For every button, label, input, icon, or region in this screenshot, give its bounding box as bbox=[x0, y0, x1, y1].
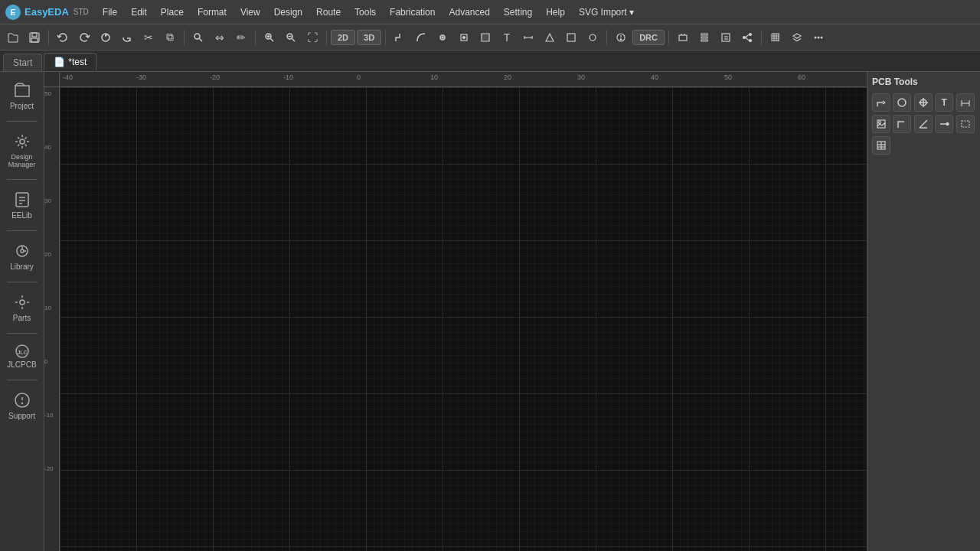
tab-test[interactable]: 📄*test bbox=[44, 53, 96, 71]
ruler-h-tick: -20 bbox=[210, 73, 220, 81]
sidebar-item-parts[interactable]: Parts bbox=[3, 289, 41, 327]
svg-point-58 bbox=[21, 249, 24, 253]
redo-button[interactable] bbox=[74, 28, 94, 47]
pcb-tools-panel: PCB Tools T bbox=[867, 72, 980, 551]
sidebar-item-jlcpcb[interactable]: JLC JLCPCB bbox=[3, 340, 41, 373]
hole-button[interactable] bbox=[583, 28, 603, 47]
grid-settings-button[interactable] bbox=[766, 28, 786, 47]
pcb-tool-image[interactable] bbox=[872, 115, 890, 133]
pcb-tools-row2 bbox=[872, 115, 975, 133]
pcb-tool-circle[interactable] bbox=[893, 93, 911, 112]
pcb-tool-dimension[interactable] bbox=[956, 93, 975, 112]
toolbar-sep-2 bbox=[184, 30, 185, 45]
ratsnest-button[interactable]: ✏ bbox=[231, 28, 251, 47]
ruler-v-tick: -20 bbox=[44, 465, 54, 472]
svg-line-39 bbox=[745, 37, 749, 41]
sidebar-item-support[interactable]: Support bbox=[3, 386, 41, 425]
ruler-h-tick: 30 bbox=[577, 73, 585, 81]
sidebar-parts-label: Parts bbox=[13, 314, 31, 322]
parts-icon bbox=[13, 293, 31, 311]
menu-edit[interactable]: Edit bbox=[125, 5, 153, 20]
fit-view-button[interactable]: ⛶ bbox=[302, 28, 322, 47]
sidebar-item-eelib[interactable]: EELib bbox=[3, 186, 41, 224]
sidebar-item-library[interactable]: Library bbox=[3, 237, 41, 276]
menu-design[interactable]: Design bbox=[268, 5, 309, 20]
pcb-tool-route[interactable] bbox=[872, 93, 890, 112]
drc-sep-button[interactable] bbox=[540, 28, 560, 47]
layer-manager-button[interactable] bbox=[787, 28, 807, 47]
copper-area-button[interactable] bbox=[475, 28, 495, 47]
sidebar-item-project[interactable]: Project bbox=[3, 77, 41, 115]
pcb-canvas[interactable] bbox=[60, 87, 867, 551]
pcb-tool-corner[interactable] bbox=[893, 115, 911, 133]
svg-point-50 bbox=[817, 36, 819, 38]
sidebar-item-design-manager[interactable]: Design Manager bbox=[3, 128, 41, 173]
pcb-tool-arrow[interactable] bbox=[935, 115, 953, 133]
3d-button[interactable]: 3D bbox=[357, 30, 381, 45]
menu-place[interactable]: Place bbox=[155, 5, 190, 20]
save-button[interactable] bbox=[24, 28, 44, 47]
copy-button[interactable]: ⧉ bbox=[160, 28, 180, 47]
bom-button[interactable] bbox=[716, 28, 736, 47]
sidebar-divider-2 bbox=[7, 179, 38, 180]
menu-tools[interactable]: Tools bbox=[348, 5, 382, 20]
pcb-tool-angle[interactable] bbox=[914, 115, 933, 133]
pcb-tool-table[interactable] bbox=[872, 136, 890, 155]
align-button[interactable]: ⇔ bbox=[210, 28, 230, 47]
refresh-button[interactable] bbox=[96, 28, 116, 47]
titlebar: E EasyEDA STD File Edit Place Format Vie… bbox=[0, 0, 980, 24]
menu-fabrication[interactable]: Fabrication bbox=[384, 5, 441, 20]
menu-view[interactable]: View bbox=[234, 5, 266, 20]
menu-route[interactable]: Route bbox=[310, 5, 347, 20]
pcb-tools-row1: T bbox=[872, 93, 975, 112]
svg-rect-81 bbox=[962, 121, 969, 127]
menu-help[interactable]: Help bbox=[540, 5, 571, 20]
svg-text:E: E bbox=[11, 8, 16, 17]
zoom-out-button[interactable] bbox=[281, 28, 301, 47]
pad-button[interactable] bbox=[454, 28, 474, 47]
route-track-button[interactable] bbox=[390, 28, 410, 47]
via-button[interactable] bbox=[433, 28, 452, 47]
drc-button[interactable]: DRC bbox=[632, 30, 665, 45]
pcb-tool-region[interactable] bbox=[956, 115, 975, 133]
footprint-wizard-button[interactable] bbox=[673, 28, 693, 47]
text-button[interactable]: T bbox=[497, 28, 517, 47]
tab-test-icon: 📄 bbox=[54, 57, 65, 67]
sidebar-divider-3 bbox=[7, 230, 38, 231]
menu-svg-import[interactable]: SVG Import ▾ bbox=[573, 5, 640, 20]
gerber-button[interactable] bbox=[694, 28, 714, 47]
svg-point-36 bbox=[749, 33, 751, 35]
sidebar-library-label: Library bbox=[10, 262, 34, 271]
app-edition: STD bbox=[74, 8, 89, 16]
2d-button[interactable]: 2D bbox=[331, 30, 355, 45]
ruler-v-content: 50403020100-10-20 bbox=[44, 87, 59, 551]
route-arc-button[interactable] bbox=[411, 28, 431, 47]
inspect-button[interactable] bbox=[611, 28, 631, 47]
svg-rect-53 bbox=[16, 193, 28, 207]
undo-button[interactable] bbox=[53, 28, 73, 47]
cut-button[interactable]: ✂ bbox=[139, 28, 158, 47]
menu-advanced[interactable]: Advanced bbox=[443, 5, 495, 20]
measure-button[interactable] bbox=[518, 28, 538, 47]
pcb-tool-text[interactable]: T bbox=[935, 93, 953, 112]
svg-point-16 bbox=[442, 37, 443, 38]
search-button[interactable] bbox=[188, 28, 208, 47]
toolbar-sep-7 bbox=[668, 30, 669, 45]
ruler-h-tick: -10 bbox=[283, 73, 293, 81]
svg-rect-4 bbox=[31, 38, 38, 42]
netlist-button[interactable] bbox=[737, 28, 757, 47]
rotate-button[interactable] bbox=[117, 28, 137, 47]
board-outline-button[interactable] bbox=[561, 28, 581, 47]
canvas-wrap[interactable]: -40-30-20-100102030405060708090 50403020… bbox=[44, 72, 867, 551]
zoom-in-button[interactable] bbox=[260, 28, 279, 47]
pcb-tool-crosshair[interactable] bbox=[914, 93, 933, 112]
more-button[interactable] bbox=[808, 28, 828, 47]
menu-format[interactable]: Format bbox=[191, 5, 233, 20]
svg-marker-48 bbox=[793, 34, 801, 38]
open-button[interactable] bbox=[3, 28, 23, 47]
jlcpcb-icon: JLC bbox=[12, 344, 32, 358]
ruler-v-tick: 40 bbox=[44, 144, 51, 151]
tab-start[interactable]: Start bbox=[3, 54, 42, 71]
menu-file[interactable]: File bbox=[96, 5, 123, 20]
menu-setting[interactable]: Setting bbox=[498, 5, 538, 20]
